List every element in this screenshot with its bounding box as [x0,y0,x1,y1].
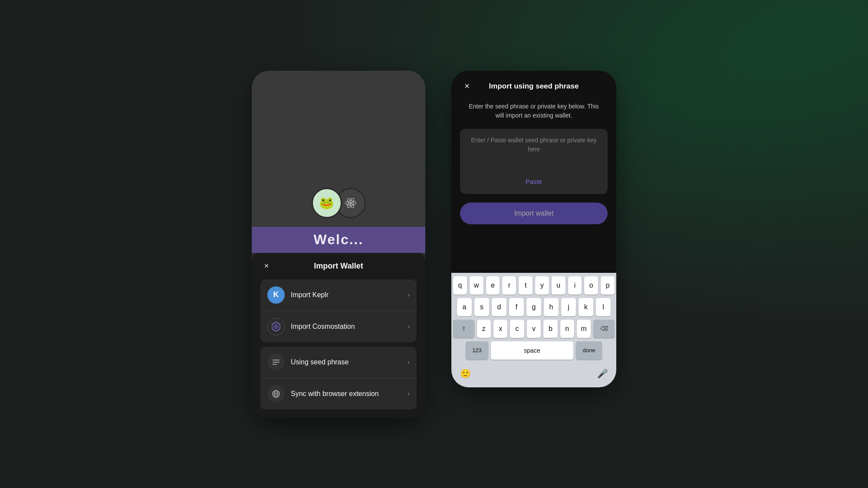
cosmostation-icon [267,318,285,335]
key-c[interactable]: c [510,320,524,338]
phone-left: 🐸 Welc... × Import Wallet [252,71,425,418]
num-key[interactable]: 123 [466,341,488,360]
menu-group-wallets: K Import Keplr › Import Cosmostation › [260,279,417,342]
svg-rect-4 [273,360,279,360]
keplr-icon: K [267,286,285,304]
screens-container: 🐸 Welc... × Import Wallet [252,71,616,418]
key-v[interactable]: v [527,320,541,338]
keplr-label: Import Keplr [291,291,408,299]
seed-label: Using seed phrase [291,358,408,366]
key-a[interactable]: a [457,298,472,316]
seed-placeholder-text: Enter / Paste wallet seed phrase or priv… [467,136,601,154]
frog-logo: 🐸 [312,188,342,218]
menu-item-browser[interactable]: Sync with browser extension › [260,378,417,409]
key-m[interactable]: m [577,320,591,338]
menu-list: K Import Keplr › Import Cosmostation › [260,279,417,414]
key-w[interactable]: w [470,276,483,295]
keyboard-row-4: 123 space done [453,341,615,360]
keyboard-row-2: a s d f g h j k l [453,298,615,316]
sheet-title: Import Wallet [314,262,363,271]
browser-icon [267,385,285,403]
close-button-left[interactable]: × [260,260,273,272]
seed-icon [267,354,285,371]
key-t[interactable]: t [519,276,533,295]
bottom-sheet: × Import Wallet K Import Keplr › [252,253,425,418]
key-j[interactable]: j [561,298,576,316]
keyboard-row-3: ⇧ z x c v b n m ⌫ [453,320,615,338]
key-r[interactable]: r [502,276,516,295]
key-e[interactable]: e [486,276,500,295]
key-y[interactable]: y [535,276,549,295]
keyboard-bottom: 🙂 🎤 [453,363,615,386]
seed-textarea[interactable]: Enter / Paste wallet seed phrase or priv… [460,129,608,194]
chevron-right-icon-3: › [408,358,410,366]
paste-button[interactable]: Paste [521,176,546,187]
menu-item-seed[interactable]: Using seed phrase › [260,347,417,378]
key-f[interactable]: f [509,298,524,316]
browser-label: Sync with browser extension [291,390,408,398]
svg-rect-5 [273,362,279,363]
shift-key[interactable]: ⇧ [453,320,474,338]
import-wallet-button[interactable]: Import wallet [460,203,608,224]
close-button-right[interactable]: × [460,79,474,93]
keyboard: q w e r t y u i o p a s d f g h j k l [451,273,616,387]
key-s[interactable]: s [474,298,489,316]
key-l[interactable]: l [596,298,611,316]
emoji-key[interactable]: 🙂 [457,365,474,382]
delete-key[interactable]: ⌫ [593,320,615,338]
keyboard-row-1: q w e r t y u i o p [453,276,615,295]
chevron-right-icon: › [408,291,410,299]
cosmostation-label: Import Cosmostation [291,323,408,331]
space-key[interactable]: space [491,341,573,360]
key-u[interactable]: u [552,276,566,295]
svg-point-0 [349,202,352,204]
mic-key[interactable]: 🎤 [594,365,611,382]
menu-item-cosmostation[interactable]: Import Cosmostation › [260,311,417,342]
key-z[interactable]: z [477,320,491,338]
key-n[interactable]: n [560,320,574,338]
key-b[interactable]: b [543,320,557,338]
key-h[interactable]: h [544,298,559,316]
menu-item-keplr[interactable]: K Import Keplr › [260,279,417,311]
key-k[interactable]: k [579,298,593,316]
done-key[interactable]: done [576,341,602,360]
seed-modal-title: Import using seed phrase [474,82,594,91]
key-i[interactable]: i [568,276,582,295]
menu-group-import: Using seed phrase › [260,347,417,409]
chevron-right-icon-4: › [408,390,410,398]
key-q[interactable]: q [453,276,467,295]
seed-header: × Import using seed phrase [451,71,616,98]
key-d[interactable]: d [492,298,506,316]
seed-modal: × Import using seed phrase Enter the see… [451,71,616,273]
seed-description: Enter the seed phrase or private key bel… [451,98,616,129]
svg-rect-6 [273,364,277,365]
logo-pair: 🐸 [312,188,366,218]
key-p[interactable]: p [601,276,615,295]
sheet-header: × Import Wallet [260,262,417,271]
key-x[interactable]: x [493,320,507,338]
phone-top-area: 🐸 [252,71,425,227]
phone-right: × Import using seed phrase Enter the see… [451,71,616,387]
chevron-right-icon-2: › [408,323,410,331]
key-o[interactable]: o [584,276,598,295]
key-g[interactable]: g [526,298,541,316]
welcome-text: Welc... [314,232,364,248]
welcome-bar: Welc... [252,227,425,253]
